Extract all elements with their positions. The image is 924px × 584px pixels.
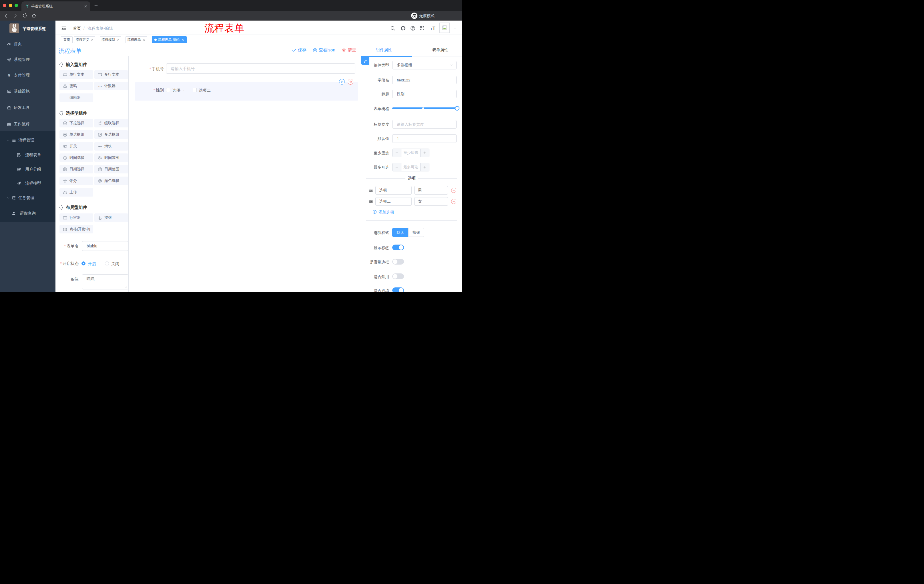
sidebar-item-system[interactable]: 系统管理 [0, 52, 56, 67]
tag-process-definition[interactable]: 流程定义 [74, 36, 95, 43]
status-off-label[interactable]: 关闭 [111, 262, 119, 267]
option2-value-input[interactable] [414, 197, 448, 206]
component-select[interactable]: 下拉选择 [59, 119, 93, 127]
show-label-toggle[interactable] [392, 245, 404, 250]
tag-process-form-edit-active[interactable]: 流程表单-编辑 [152, 36, 187, 43]
minus-icon[interactable] [393, 163, 401, 171]
view-json-button[interactable]: 查看json [313, 44, 335, 56]
save-button[interactable]: 保存 [292, 44, 307, 56]
sidebar-item-process-form[interactable]: 流程表单 [0, 148, 56, 162]
form-name-input[interactable] [82, 241, 129, 251]
close-icon[interactable] [91, 38, 94, 41]
hamburger-icon[interactable] [61, 26, 66, 31]
drag-handle-icon[interactable] [368, 188, 373, 192]
component-upload[interactable]: 上传 [59, 188, 93, 197]
sidebar-item-process-mgmt[interactable]: 流程管理 [0, 133, 56, 147]
browser-tab[interactable]: 芋道管理系统 [21, 2, 90, 11]
sidebar-item-user-group[interactable]: 用户分组 [0, 162, 56, 176]
tab-component-props[interactable]: 组件属性 [376, 48, 392, 53]
component-radio-group[interactable]: 单选框组 [59, 130, 93, 139]
remove-option1-button[interactable] [451, 188, 456, 193]
copy-component-button[interactable] [339, 79, 345, 85]
remove-option2-button[interactable] [451, 199, 456, 204]
component-checkbox-group[interactable]: 多选框组 [94, 130, 128, 139]
sidebar-item-payment[interactable]: ¥ 支付管理 [0, 68, 56, 83]
required-toggle[interactable] [392, 288, 404, 292]
component-time-picker[interactable]: 时间选择 [59, 153, 93, 162]
component-editor[interactable]: 编辑器 [59, 94, 93, 102]
forward-icon[interactable] [13, 13, 18, 18]
plus-icon[interactable] [420, 149, 429, 157]
min-select-placeholder[interactable]: 至少应选 [401, 149, 420, 157]
component-color-picker[interactable]: 颜色选择 [94, 176, 128, 185]
tab-form-props[interactable]: 表单属性 [432, 48, 448, 53]
sidebar-item-task-mgmt[interactable]: 任务管理 [0, 191, 56, 205]
tag-home[interactable]: 首页 [61, 36, 73, 43]
component-rate[interactable]: 评分 [59, 176, 93, 185]
avatar[interactable] [439, 23, 450, 33]
grid-slider-track[interactable] [392, 107, 457, 109]
gender-option2-checkbox[interactable] [193, 88, 197, 92]
component-slider[interactable]: 滑块 [94, 142, 128, 151]
gender-option1-label[interactable]: 选项一 [172, 88, 184, 93]
search-icon[interactable] [390, 26, 395, 31]
component-counter[interactable]: 123计数器 [94, 82, 128, 90]
sidebar-item-process-model[interactable]: 流程模型 [0, 176, 56, 191]
status-on-radio[interactable] [81, 262, 86, 265]
component-row-container[interactable]: 行容器 [59, 214, 93, 222]
close-window-button[interactable] [3, 4, 6, 7]
sidebar-item-devtools[interactable]: 研发工具 [0, 100, 56, 115]
component-time-range[interactable]: 时间范围 [94, 153, 128, 162]
max-select-placeholder[interactable]: 最多可选 [401, 163, 420, 171]
style-default-button[interactable]: 默认 [392, 228, 408, 237]
resize-handle-icon[interactable] [124, 285, 127, 288]
add-option-icon[interactable] [373, 210, 377, 214]
help-icon[interactable] [410, 26, 416, 31]
option1-label-input[interactable] [375, 186, 412, 194]
home-icon[interactable] [31, 13, 36, 18]
drag-handle-icon[interactable] [368, 199, 373, 204]
status-on-label[interactable]: 开启 [88, 262, 96, 267]
tag-process-model[interactable]: 流程模型 [100, 36, 121, 43]
maximize-window-button[interactable] [15, 4, 18, 7]
form-remark-textarea[interactable]: 嘿嘿 [82, 274, 129, 290]
close-icon[interactable] [181, 38, 185, 41]
component-password[interactable]: 密码 [59, 82, 93, 90]
title-input[interactable] [392, 90, 457, 98]
caret-down-icon[interactable] [454, 27, 457, 30]
sidebar-item-infra[interactable]: 基础设施 [0, 84, 56, 99]
sidebar-item-home[interactable]: 首页 [0, 36, 56, 52]
component-button[interactable]: 按钮 [94, 214, 128, 222]
component-table-dev[interactable]: 表格[开发中] [59, 225, 93, 234]
form-canvas[interactable]: *手机号 *性别 选项一 选项二 [129, 56, 361, 292]
slider-handle[interactable] [455, 106, 459, 110]
component-cascader[interactable]: 级联选择 [94, 119, 128, 127]
close-tab-icon[interactable] [84, 4, 87, 8]
back-icon[interactable] [3, 13, 8, 18]
disabled-toggle[interactable] [392, 273, 404, 279]
breadcrumb-home[interactable]: 首页 [73, 26, 81, 31]
font-size-icon[interactable]: TT [430, 25, 436, 31]
sidebar-item-workflow[interactable]: 工作流程 [0, 117, 56, 132]
style-button-button[interactable]: 按钮 [408, 228, 424, 237]
component-switch[interactable]: 开关 [59, 142, 93, 151]
with-border-toggle[interactable] [392, 259, 404, 265]
field-name-input[interactable] [392, 76, 457, 84]
component-multi-text[interactable]: 多行文本 [94, 70, 128, 79]
status-off-radio[interactable] [105, 262, 109, 265]
reload-icon[interactable] [22, 13, 27, 18]
sidebar-item-leave-query[interactable]: 请假查询 [0, 206, 56, 220]
component-single-text[interactable]: 单行文本 [59, 70, 93, 79]
component-type-select[interactable]: 多选框组 [392, 61, 457, 69]
close-icon[interactable] [117, 38, 120, 41]
fullscreen-icon[interactable] [420, 26, 425, 31]
label-width-input[interactable] [392, 120, 457, 128]
option2-label-input[interactable] [375, 197, 412, 206]
default-value-input[interactable] [392, 134, 457, 143]
new-tab-button[interactable] [94, 3, 98, 7]
gender-option1-checkbox[interactable] [166, 88, 170, 92]
minus-icon[interactable] [393, 149, 401, 157]
plus-icon[interactable] [420, 163, 429, 171]
clear-button[interactable]: 清空 [342, 44, 356, 56]
close-icon[interactable] [142, 38, 145, 41]
